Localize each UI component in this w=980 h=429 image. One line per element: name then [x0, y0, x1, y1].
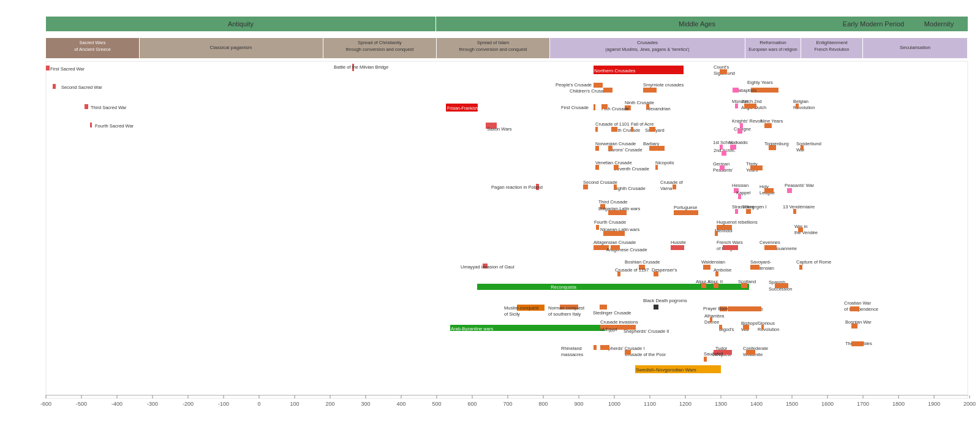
bar-bosnian-war [851, 324, 858, 328]
bar-croatian-war [850, 306, 859, 311]
label-swedish-novgorodian: Swedish-Novgorodian Wars [636, 367, 696, 373]
bar-varna [673, 184, 676, 189]
axis-tick-700: 700 [503, 401, 512, 407]
bar-aragonese [611, 245, 620, 250]
axis-tick--200: -200 [183, 401, 194, 407]
bar-counts [720, 69, 727, 74]
label-cevennes: Cevennes [760, 240, 780, 245]
label-bosnian-crusade: Boshian Crusade [625, 259, 660, 265]
label-arab-byzantine: Arab-Byzantine wars [451, 326, 493, 332]
chart-area: Antiquity Middle Ages Early Modern Perio… [0, 0, 980, 429]
label-sonderbund-1: Sonderbund [796, 141, 821, 146]
bar-hussite [671, 245, 684, 250]
label-bosnian-war: Bosnian War [845, 319, 872, 325]
bar-glorious-rev [761, 325, 764, 330]
label-malkaldic: Malkaldic [729, 140, 748, 145]
timeline-chart: Antiquity Middle Ages Early Modern Perio… [0, 0, 980, 429]
bar-rhineland [594, 345, 597, 350]
label-crusade-egypt-1: Crusade invasions [600, 319, 638, 325]
bar-strasbourg [735, 209, 738, 214]
label-umayyad-gaul: Umayyad invasion of Gaul [461, 264, 514, 270]
bar-norwegian-crusade [595, 146, 599, 151]
label-norman-conquest-1: Norman conquest [548, 305, 585, 311]
label-toggenburg: Toggenburg [764, 141, 789, 146]
label-saxon-wars: Saxon Wars [487, 126, 512, 132]
label-saudafell: Sauðafell [704, 351, 723, 357]
axis-tick-1200: 1200 [679, 401, 692, 407]
bar-spanish-succession [775, 283, 788, 288]
bar-crusade-1197 [617, 271, 620, 276]
bar-first-crusade [594, 104, 595, 110]
bar-peasants-war [787, 188, 792, 193]
axis-tick-200: 200 [325, 401, 334, 407]
label-norman-conquest-2: of southern Italy [548, 311, 581, 317]
bar-munster [735, 104, 738, 108]
bar-fourth-sacred-war [90, 123, 92, 127]
bar-alhambra [710, 317, 712, 322]
label-fourth-sacred-war: Fourth Sacred War [95, 123, 134, 129]
axis-tick-1700: 1700 [857, 401, 869, 407]
label-frisian-frankish-box: Frisian-Frankish wars [447, 106, 488, 110]
label-glorious-rev: Glorious [758, 321, 775, 326]
axis-tick-500: 500 [432, 401, 441, 407]
label-alexandrian: Alexandrian [646, 106, 671, 112]
bar-three-kingdoms [728, 306, 746, 311]
bar-first-sacred-war [46, 66, 50, 70]
bar-savoyard-1 [649, 127, 655, 132]
bar-bulgarian-latin [608, 210, 627, 215]
era-early-modern: Early Modern Period [843, 20, 904, 28]
axis-tick-600: 600 [467, 401, 477, 407]
bar-crusade-1101 [595, 127, 598, 132]
label-first-sacred-war: First Sacred War [50, 66, 85, 72]
axis-tick-1900: 1900 [928, 401, 940, 407]
axis-tick-1000: 1000 [608, 401, 620, 407]
label-croatian-war-1: Croatian War [844, 300, 871, 306]
label-first-crusade: First Crusade [561, 105, 589, 110]
axis-tick-1600: 1600 [821, 401, 834, 407]
axis-tick-400: 400 [396, 401, 405, 407]
bar-third-sacred-war [85, 104, 88, 109]
label-peoples-crusade: People's Crusade [556, 82, 592, 88]
bar-shepherds-1 [600, 345, 609, 350]
bar-fourth-crusade [596, 225, 599, 230]
bar-peoples-crusade [594, 83, 603, 88]
sub-era-islam-2: through conversion and conquest [459, 47, 528, 52]
bar-amboise [715, 271, 718, 276]
bar-thirty-years [750, 165, 763, 170]
axis-tick-100: 100 [290, 401, 299, 407]
bar-scotland [741, 283, 747, 288]
axis-tick-1100: 1100 [644, 401, 656, 407]
label-glorious-rev-2: Revolution [758, 327, 779, 332]
bar-bigods [719, 325, 722, 330]
label-hessian-1: Hessian [732, 183, 748, 188]
label-alhambra: Alhambra [704, 313, 725, 319]
axis-tick--300: -300 [147, 401, 158, 407]
label-nicopolis: Nicopolis [655, 160, 674, 165]
bar-holy-league [764, 188, 774, 193]
sub-era-sacred-wars-2: of Ancient Greece [74, 47, 111, 52]
bar-stedinger [600, 305, 607, 309]
bar-black-death [654, 305, 658, 309]
axis-tick-0: 0 [257, 401, 260, 407]
label-fourth-crusade: Fourth Crusade [594, 219, 626, 225]
label-second-sacred-war: Second Sacred War [61, 85, 102, 90]
label-vendee-2: the Vendée [794, 230, 818, 235]
label-umayyad-hispania-2: of Hispania [478, 290, 502, 296]
label-muslim-sicily-1: Muslim conquest [504, 305, 539, 311]
sub-era-crusades: Crusades [637, 40, 658, 45]
bar-vendee [798, 227, 803, 232]
axis-tick-900: 900 [574, 401, 583, 407]
label-french-wars: French Wars [717, 240, 743, 245]
bar-fifth-crusade [601, 104, 608, 109]
label-knights-revolt-1: Knights' Revolt [732, 118, 763, 124]
bar-nicopolis [655, 165, 658, 170]
sub-era-crusades-2: (against Muslims, Jews, pagans & 'hereti… [605, 47, 689, 52]
bar-sonderbund [801, 145, 804, 150]
era-antiquity: Antiquity [228, 20, 254, 28]
bar-confederate-williamite [746, 350, 755, 355]
bar-cologne [737, 129, 742, 134]
sub-era-secularisation: Secularisation [900, 45, 930, 50]
bar-kappel [738, 194, 741, 199]
bar-french-wars [723, 245, 738, 250]
bar-malkaldic [730, 145, 736, 150]
